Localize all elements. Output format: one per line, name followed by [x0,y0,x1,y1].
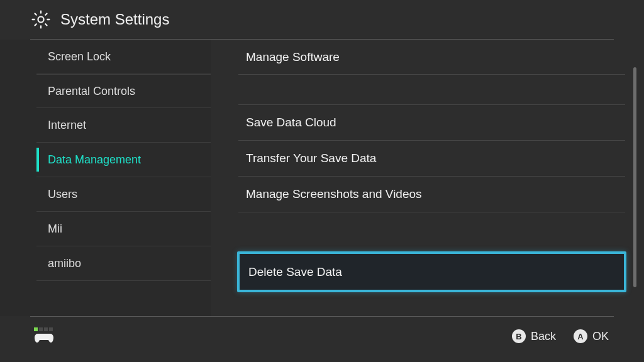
controller-indicator [34,327,54,345]
main-item-label: Transfer Your Save Data [246,151,376,165]
back-button[interactable]: B Back [512,329,556,343]
sidebar-item-label: Data Management [48,153,141,167]
header: System Settings [0,0,644,39]
sidebar-item-users[interactable]: Users [36,177,211,212]
sidebar-item-mii[interactable]: Mii [36,212,211,246]
sidebar-item-label: Internet [48,119,86,132]
sidebar-item-screen-lock[interactable]: Screen Lock [36,40,211,74]
main-item-label: Manage Software [246,50,340,64]
main-item-label: Manage Screenshots and Videos [246,187,422,201]
main-item-manage-screenshots-and-videos[interactable]: Manage Screenshots and Videos [238,177,625,212]
sidebar-item-parental-controls[interactable]: Parental Controls [36,74,211,108]
sidebar-item-internet[interactable]: Internet [36,108,211,143]
footer: B Back A OK [0,317,644,356]
sidebar-item-data-management[interactable]: Data Management [36,143,211,177]
main-item-delete-save-data[interactable]: Delete Save Data [237,251,626,292]
controller-icon [34,332,54,345]
sidebar-item-amiibo[interactable]: amiibo [36,246,211,281]
a-button-icon: A [574,329,587,343]
main-item-manage-software[interactable]: Manage Software [238,40,625,75]
sidebar-item-label: Parental Controls [48,85,135,98]
main-item-label: Delete Save Data [248,265,342,279]
ok-button-label: OK [592,330,609,343]
back-button-label: Back [531,330,556,343]
svg-point-1 [33,12,49,28]
page-title: System Settings [60,11,169,28]
main-panel: Manage Software Save Data Cloud Transfer… [211,40,644,316]
main-group-gap [238,212,625,251]
main-group-gap [238,75,625,105]
sidebar-item-label: Users [48,188,77,201]
settings-gear-icon [30,9,52,30]
player-indicator-dots [34,327,53,331]
main-item-label: Save Data Cloud [246,116,336,129]
footer-controls: B Back A OK [512,329,609,343]
main-item-save-data-cloud[interactable]: Save Data Cloud [238,105,625,141]
main-item-transfer-your-save-data[interactable]: Transfer Your Save Data [238,141,625,177]
sidebar: Screen Lock Parental Controls Internet D… [0,40,211,316]
sidebar-item-label: Screen Lock [48,50,111,63]
ok-button[interactable]: A OK [574,329,609,343]
main-list: Manage Software Save Data Cloud Transfer… [238,40,625,292]
sidebar-item-label: Mii [48,222,62,236]
svg-point-0 [38,16,43,22]
b-button-icon: B [512,329,526,343]
body: Screen Lock Parental Controls Internet D… [0,40,644,316]
scrollbar-thumb[interactable] [633,67,636,287]
sidebar-item-label: amiibo [48,257,81,270]
scrollbar[interactable] [634,40,636,316]
sidebar-list: Screen Lock Parental Controls Internet D… [36,40,211,281]
